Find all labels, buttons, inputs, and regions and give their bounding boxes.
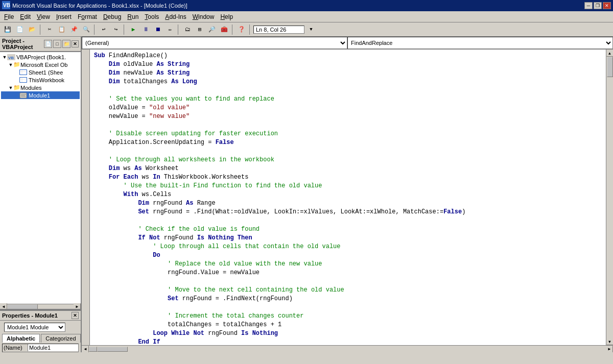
position-scroll[interactable]: ▼ bbox=[305, 24, 317, 35]
code-scroll-thumb[interactable] bbox=[97, 347, 128, 352]
properties-table: (Name) Module1 bbox=[2, 344, 79, 352]
code-scroll-left-thumb[interactable] bbox=[89, 347, 97, 352]
code-line-30 bbox=[94, 303, 602, 312]
object-browser-button[interactable]: 🔎 bbox=[206, 24, 218, 35]
code-line-13: ' Loop through all worksheets in the wor… bbox=[94, 156, 602, 164]
vba-project-icon: VB bbox=[7, 54, 16, 60]
menu-addins[interactable]: Add-Ins bbox=[162, 12, 189, 21]
menu-tools[interactable]: Tools bbox=[142, 12, 162, 21]
folder-icon: 📁 bbox=[13, 61, 20, 68]
code-procedure-dropdown[interactable]: FindAndReplace bbox=[347, 37, 613, 49]
toolbar-sep-1 bbox=[40, 25, 42, 35]
code-panel: (General) FindAndReplace Sub FindAndRepl… bbox=[82, 37, 613, 352]
close-button[interactable]: ✕ bbox=[603, 2, 611, 9]
design-button[interactable]: ✏ bbox=[164, 24, 176, 35]
properties-panel-close[interactable]: ✕ bbox=[72, 312, 79, 319]
code-line-1: Sub FindAndReplace() bbox=[94, 52, 602, 60]
find-button[interactable]: 🔍 bbox=[81, 24, 92, 35]
title-bar: VB Microsoft Visual Basic for Applicatio… bbox=[0, 0, 613, 11]
tree-item-module1[interactable]: Module1 bbox=[1, 91, 80, 99]
scroll-down-button[interactable]: ▼ bbox=[606, 338, 614, 345]
scroll-thumb[interactable] bbox=[607, 57, 613, 77]
modules-label: Modules bbox=[20, 85, 42, 91]
reset-button[interactable]: ⏹ bbox=[152, 24, 163, 35]
menu-format[interactable]: Format bbox=[75, 12, 100, 21]
expand-icon-modules: ▼ bbox=[8, 85, 13, 90]
window-title: Microsoft Visual Basic for Applications … bbox=[12, 3, 584, 9]
project-panel-header: Project - VBAProject 📄 □ 📁 ✕ bbox=[0, 37, 81, 52]
toggle-folders-button[interactable]: 📁 bbox=[62, 40, 70, 48]
code-line-20 bbox=[94, 216, 602, 225]
save-button[interactable]: 💾 bbox=[2, 24, 13, 35]
tree-item-excel-objects[interactable]: ▼ 📁 Microsoft Excel Ob bbox=[1, 61, 80, 68]
minimize-button[interactable]: ─ bbox=[584, 2, 593, 9]
properties-object-dropdown[interactable]: Module1 Module bbox=[4, 323, 65, 332]
code-line-14: Dim ws As Worksheet bbox=[94, 164, 602, 173]
menu-insert[interactable]: Insert bbox=[53, 12, 75, 21]
code-line-17: With ws.Cells bbox=[94, 190, 602, 199]
code-scroll-left[interactable]: ◀ bbox=[82, 346, 89, 353]
menu-window[interactable]: Window bbox=[190, 12, 218, 21]
tab-categorized[interactable]: Categorized bbox=[41, 334, 80, 343]
scroll-up-button[interactable]: ▲ bbox=[606, 50, 614, 57]
code-line-22: If Not rngFound Is Nothing Then bbox=[94, 234, 602, 242]
code-line-3: Dim newValue As String bbox=[94, 69, 602, 78]
cut-button[interactable]: ✂ bbox=[44, 24, 55, 35]
undo-button[interactable]: ↩ bbox=[98, 24, 109, 35]
paste-button[interactable]: 📌 bbox=[68, 24, 80, 35]
tree-item-thisworkbook[interactable]: ThisWorkbook bbox=[1, 76, 80, 84]
code-line-10: ' Disable screen updating for faster exe… bbox=[94, 130, 602, 138]
tree-item-vbaproject[interactable]: ▼ VB VBAProject (Book1. bbox=[1, 53, 80, 61]
code-line-12 bbox=[94, 147, 602, 156]
code-line-7: oldValue = "old value" bbox=[94, 104, 602, 112]
tree-item-sheet1[interactable]: Sheet1 (Shee bbox=[1, 68, 80, 76]
properties-tabs: Alphabetic Categorized bbox=[0, 334, 81, 343]
project-tree: ▼ VB VBAProject (Book1. ▼ 📁 Microsoft Ex… bbox=[0, 52, 81, 304]
app-icon: VB bbox=[2, 1, 10, 10]
copy-button[interactable]: 📋 bbox=[56, 24, 67, 35]
menu-file[interactable]: File bbox=[1, 12, 17, 21]
tree-scroll-thumb[interactable] bbox=[7, 304, 38, 309]
code-line-19: Set rngFound = .Find(What:=oldValue, Loo… bbox=[94, 208, 602, 216]
sheet1-label: Sheet1 (Shee bbox=[29, 69, 63, 76]
properties-row-name: (Name) Module1 bbox=[3, 344, 78, 352]
code-line-27 bbox=[94, 277, 602, 286]
view-code-button[interactable]: 📄 bbox=[44, 40, 52, 48]
tree-item-modules[interactable]: ▼ 📁 Modules bbox=[1, 84, 80, 91]
code-line-31: ' Increment the total changes counter bbox=[94, 312, 602, 321]
toolbar-sep-3 bbox=[124, 25, 126, 35]
toolbar-sep-4 bbox=[178, 25, 180, 35]
project-panel-close[interactable]: ✕ bbox=[72, 40, 79, 47]
toolbar-sep-5 bbox=[232, 25, 234, 35]
toolbox-button[interactable]: 🧰 bbox=[219, 24, 230, 35]
restore-button[interactable]: ❐ bbox=[594, 2, 602, 9]
toolbar-sep-2 bbox=[94, 25, 96, 35]
scroll-track[interactable] bbox=[606, 57, 614, 338]
line-indicator-area bbox=[82, 50, 90, 345]
open-button[interactable]: 📂 bbox=[27, 24, 38, 35]
menu-run[interactable]: Run bbox=[124, 12, 142, 21]
project-panel-title: Project - VBAProject bbox=[2, 38, 44, 50]
tree-scroll-track bbox=[7, 304, 74, 309]
code-line-2: Dim oldValue As String bbox=[94, 60, 602, 69]
menu-view[interactable]: View bbox=[34, 12, 53, 21]
run-button[interactable]: ▶ bbox=[128, 24, 139, 35]
menu-debug[interactable]: Debug bbox=[100, 12, 124, 21]
code-line-15: For Each ws In ThisWorkbook.Worksheets bbox=[94, 173, 602, 182]
tab-alphabetic[interactable]: Alphabetic bbox=[2, 334, 40, 343]
help-button[interactable]: ❓ bbox=[236, 24, 247, 35]
new-button[interactable]: 📄 bbox=[14, 24, 26, 35]
code-object-dropdown[interactable]: (General) bbox=[82, 37, 347, 49]
code-scroll-right[interactable]: ▶ bbox=[606, 346, 613, 353]
code-editor-area[interactable]: Sub FindAndReplace() Dim oldValue As Str… bbox=[90, 50, 606, 345]
menu-help[interactable]: Help bbox=[217, 12, 236, 21]
redo-button[interactable]: ↪ bbox=[110, 24, 122, 35]
project-explorer-button[interactable]: 🗂 bbox=[182, 24, 193, 35]
code-line-9 bbox=[94, 121, 602, 130]
properties-button[interactable]: ⊞ bbox=[194, 24, 205, 35]
view-object-button[interactable]: □ bbox=[53, 40, 61, 48]
code-line-5 bbox=[94, 86, 602, 95]
break-button[interactable]: ⏸ bbox=[140, 24, 151, 35]
code-line-21: ' Check if the old value is found bbox=[94, 225, 602, 234]
menu-edit[interactable]: Edit bbox=[17, 12, 34, 21]
